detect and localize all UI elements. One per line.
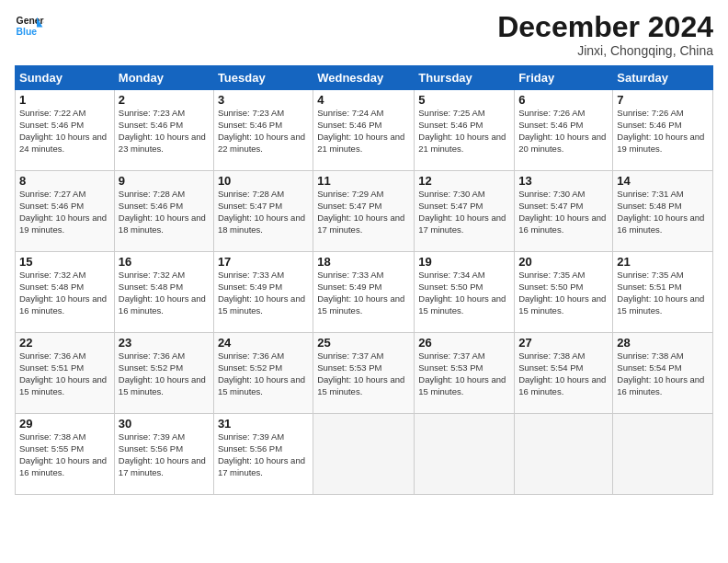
day-number: 21 bbox=[617, 255, 709, 269]
day-number: 15 bbox=[19, 255, 110, 269]
logo-icon: General Blue bbox=[15, 11, 44, 40]
calendar-cell: 22 Sunrise: 7:36 AMSunset: 5:51 PMDaylig… bbox=[16, 333, 115, 414]
logo: General Blue bbox=[15, 11, 44, 40]
calendar-cell bbox=[313, 414, 415, 495]
calendar-cell: 18 Sunrise: 7:33 AMSunset: 5:49 PMDaylig… bbox=[313, 252, 415, 333]
day-info: Sunrise: 7:32 AMSunset: 5:48 PMDaylight:… bbox=[19, 270, 110, 316]
day-number: 25 bbox=[317, 336, 410, 350]
col-saturday: Saturday bbox=[613, 66, 713, 90]
calendar-cell: 1 Sunrise: 7:22 AMSunset: 5:46 PMDayligh… bbox=[16, 90, 115, 171]
day-info: Sunrise: 7:36 AMSunset: 5:52 PMDaylight:… bbox=[119, 350, 210, 397]
day-number: 11 bbox=[317, 174, 410, 188]
calendar-cell: 19 Sunrise: 7:34 AMSunset: 5:50 PMDaylig… bbox=[415, 252, 515, 333]
location: Jinxi, Chongqing, China bbox=[497, 43, 713, 58]
calendar-cell: 10 Sunrise: 7:28 AMSunset: 5:47 PMDaylig… bbox=[213, 171, 313, 252]
calendar-cell: 11 Sunrise: 7:29 AMSunset: 5:47 PMDaylig… bbox=[313, 171, 415, 252]
col-tuesday: Tuesday bbox=[213, 66, 313, 90]
day-info: Sunrise: 7:36 AMSunset: 5:51 PMDaylight:… bbox=[19, 350, 110, 397]
day-info: Sunrise: 7:26 AMSunset: 5:46 PMDaylight:… bbox=[518, 108, 609, 155]
title-block: December 2024 Jinxi, Chongqing, China bbox=[497, 11, 713, 58]
calendar-cell: 17 Sunrise: 7:33 AMSunset: 5:49 PMDaylig… bbox=[213, 252, 313, 333]
calendar-cell: 9 Sunrise: 7:28 AMSunset: 5:46 PMDayligh… bbox=[114, 171, 213, 252]
calendar-cell bbox=[515, 414, 613, 495]
calendar-week-row: 29 Sunrise: 7:38 AMSunset: 5:55 PMDaylig… bbox=[16, 414, 713, 495]
day-number: 7 bbox=[617, 93, 709, 107]
day-number: 16 bbox=[119, 255, 210, 269]
calendar-cell: 25 Sunrise: 7:37 AMSunset: 5:53 PMDaylig… bbox=[313, 333, 415, 414]
calendar-week-row: 1 Sunrise: 7:22 AMSunset: 5:46 PMDayligh… bbox=[16, 90, 713, 171]
day-number: 3 bbox=[218, 93, 309, 107]
calendar-cell: 23 Sunrise: 7:36 AMSunset: 5:52 PMDaylig… bbox=[114, 333, 213, 414]
page-container: General Blue December 2024 Jinxi, Chongq… bbox=[0, 0, 728, 502]
day-info: Sunrise: 7:30 AMSunset: 5:47 PMDaylight:… bbox=[418, 189, 510, 236]
day-number: 9 bbox=[119, 174, 210, 188]
day-number: 22 bbox=[19, 336, 110, 350]
day-number: 4 bbox=[317, 93, 410, 107]
day-info: Sunrise: 7:35 AMSunset: 5:50 PMDaylight:… bbox=[518, 270, 609, 316]
day-number: 1 bbox=[19, 93, 110, 107]
day-info: Sunrise: 7:37 AMSunset: 5:53 PMDaylight:… bbox=[418, 350, 510, 397]
day-info: Sunrise: 7:26 AMSunset: 5:46 PMDaylight:… bbox=[617, 108, 709, 155]
col-wednesday: Wednesday bbox=[313, 66, 415, 90]
day-info: Sunrise: 7:28 AMSunset: 5:46 PMDaylight:… bbox=[119, 189, 210, 236]
calendar-week-row: 22 Sunrise: 7:36 AMSunset: 5:51 PMDaylig… bbox=[16, 333, 713, 414]
day-info: Sunrise: 7:32 AMSunset: 5:48 PMDaylight:… bbox=[119, 270, 210, 316]
day-number: 2 bbox=[119, 93, 210, 107]
day-info: Sunrise: 7:30 AMSunset: 5:47 PMDaylight:… bbox=[518, 189, 609, 236]
calendar-cell: 3 Sunrise: 7:23 AMSunset: 5:46 PMDayligh… bbox=[213, 90, 313, 171]
day-info: Sunrise: 7:24 AMSunset: 5:46 PMDaylight:… bbox=[317, 108, 410, 155]
day-number: 30 bbox=[119, 417, 210, 431]
calendar-cell: 20 Sunrise: 7:35 AMSunset: 5:50 PMDaylig… bbox=[515, 252, 613, 333]
col-friday: Friday bbox=[515, 66, 613, 90]
day-number: 13 bbox=[518, 174, 609, 188]
day-number: 8 bbox=[19, 174, 110, 188]
calendar-cell: 30 Sunrise: 7:39 AMSunset: 5:56 PMDaylig… bbox=[114, 414, 213, 495]
calendar-cell: 14 Sunrise: 7:31 AMSunset: 5:48 PMDaylig… bbox=[613, 171, 713, 252]
calendar-cell: 7 Sunrise: 7:26 AMSunset: 5:46 PMDayligh… bbox=[613, 90, 713, 171]
calendar-cell: 12 Sunrise: 7:30 AMSunset: 5:47 PMDaylig… bbox=[415, 171, 515, 252]
day-number: 12 bbox=[418, 174, 510, 188]
calendar-cell: 8 Sunrise: 7:27 AMSunset: 5:46 PMDayligh… bbox=[16, 171, 115, 252]
col-monday: Monday bbox=[114, 66, 213, 90]
calendar-table: Sunday Monday Tuesday Wednesday Thursday… bbox=[15, 65, 713, 495]
calendar-cell: 5 Sunrise: 7:25 AMSunset: 5:46 PMDayligh… bbox=[415, 90, 515, 171]
day-info: Sunrise: 7:23 AMSunset: 5:46 PMDaylight:… bbox=[218, 108, 309, 155]
page-header: General Blue December 2024 Jinxi, Chongq… bbox=[15, 11, 713, 58]
calendar-week-row: 15 Sunrise: 7:32 AMSunset: 5:48 PMDaylig… bbox=[16, 252, 713, 333]
day-info: Sunrise: 7:39 AMSunset: 5:56 PMDaylight:… bbox=[218, 431, 309, 478]
calendar-cell: 16 Sunrise: 7:32 AMSunset: 5:48 PMDaylig… bbox=[114, 252, 213, 333]
day-info: Sunrise: 7:38 AMSunset: 5:54 PMDaylight:… bbox=[617, 350, 709, 397]
day-number: 5 bbox=[418, 93, 510, 107]
day-number: 20 bbox=[518, 255, 609, 269]
day-info: Sunrise: 7:22 AMSunset: 5:46 PMDaylight:… bbox=[19, 108, 110, 155]
day-number: 31 bbox=[218, 417, 309, 431]
day-info: Sunrise: 7:39 AMSunset: 5:56 PMDaylight:… bbox=[119, 431, 210, 478]
day-info: Sunrise: 7:38 AMSunset: 5:54 PMDaylight:… bbox=[518, 350, 609, 397]
day-info: Sunrise: 7:37 AMSunset: 5:53 PMDaylight:… bbox=[317, 350, 410, 397]
day-number: 17 bbox=[218, 255, 309, 269]
calendar-cell: 31 Sunrise: 7:39 AMSunset: 5:56 PMDaylig… bbox=[213, 414, 313, 495]
calendar-cell: 26 Sunrise: 7:37 AMSunset: 5:53 PMDaylig… bbox=[415, 333, 515, 414]
svg-text:Blue: Blue bbox=[17, 27, 38, 37]
day-info: Sunrise: 7:33 AMSunset: 5:49 PMDaylight:… bbox=[317, 270, 410, 316]
calendar-cell: 24 Sunrise: 7:36 AMSunset: 5:52 PMDaylig… bbox=[213, 333, 313, 414]
calendar-cell: 27 Sunrise: 7:38 AMSunset: 5:54 PMDaylig… bbox=[515, 333, 613, 414]
calendar-cell: 2 Sunrise: 7:23 AMSunset: 5:46 PMDayligh… bbox=[114, 90, 213, 171]
col-sunday: Sunday bbox=[16, 66, 115, 90]
day-number: 26 bbox=[418, 336, 510, 350]
day-info: Sunrise: 7:35 AMSunset: 5:51 PMDaylight:… bbox=[617, 270, 709, 316]
calendar-week-row: 8 Sunrise: 7:27 AMSunset: 5:46 PMDayligh… bbox=[16, 171, 713, 252]
day-info: Sunrise: 7:28 AMSunset: 5:47 PMDaylight:… bbox=[218, 189, 309, 236]
day-info: Sunrise: 7:38 AMSunset: 5:55 PMDaylight:… bbox=[19, 431, 110, 478]
calendar-cell: 13 Sunrise: 7:30 AMSunset: 5:47 PMDaylig… bbox=[515, 171, 613, 252]
day-number: 14 bbox=[617, 174, 709, 188]
col-thursday: Thursday bbox=[415, 66, 515, 90]
calendar-cell: 21 Sunrise: 7:35 AMSunset: 5:51 PMDaylig… bbox=[613, 252, 713, 333]
day-info: Sunrise: 7:33 AMSunset: 5:49 PMDaylight:… bbox=[218, 270, 309, 316]
day-number: 6 bbox=[518, 93, 609, 107]
calendar-header-row: Sunday Monday Tuesday Wednesday Thursday… bbox=[16, 66, 713, 90]
day-number: 19 bbox=[418, 255, 510, 269]
day-info: Sunrise: 7:31 AMSunset: 5:48 PMDaylight:… bbox=[617, 189, 709, 236]
day-number: 28 bbox=[617, 336, 709, 350]
day-info: Sunrise: 7:36 AMSunset: 5:52 PMDaylight:… bbox=[218, 350, 309, 397]
